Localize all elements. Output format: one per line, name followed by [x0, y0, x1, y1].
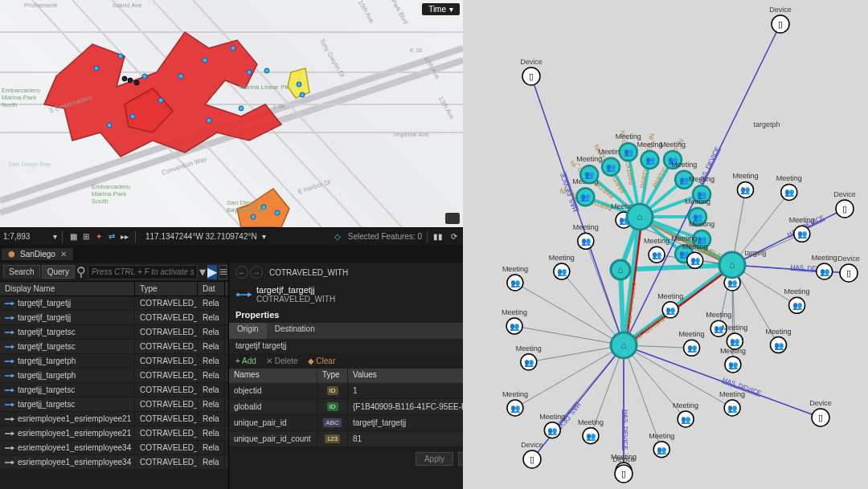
clear-button[interactable]: ◆ Clear: [308, 357, 336, 365]
apply-button[interactable]: Apply: [416, 452, 453, 466]
svg-text:Meeting: Meeting: [516, 344, 542, 352]
svg-text:▯: ▯: [530, 454, 534, 464]
map-tool-icon[interactable]: ⊞: [80, 231, 92, 242]
col-displayname[interactable]: Display Name: [0, 282, 135, 295]
query-tab[interactable]: Query: [42, 265, 75, 279]
chevron-down-icon[interactable]: ▾: [262, 232, 266, 241]
svg-text:Device: Device: [520, 58, 542, 66]
map-tool-icon[interactable]: ▦: [68, 231, 79, 242]
svg-marker-55: [11, 431, 14, 435]
table-header: Display Name Type Dat: [0, 282, 228, 296]
svg-text:Meeting: Meeting: [689, 175, 714, 183]
basemap-icon[interactable]: [445, 213, 460, 224]
tab-sandiego[interactable]: ⬢ SanDiego ✕: [2, 248, 73, 260]
pause-icon[interactable]: ▮▮: [432, 231, 444, 242]
link-graph-viewport[interactable]: HAS_DEVICEHAS_DEVICEHAS_DEVICEHAS_DEVICE…: [463, 0, 868, 489]
col-dat[interactable]: Dat: [198, 282, 225, 295]
nav-back-icon[interactable]: ←: [235, 266, 248, 279]
svg-text:targetph: targetph: [753, 120, 780, 128]
map-viewport[interactable]: Promenade Island Ave K St L St Imperial …: [0, 0, 463, 227]
prop-row[interactable]: objectidID1: [229, 383, 463, 399]
table-row[interactable]: targetjf_targetjjCOTRAVELED_WITHRela: [0, 296, 228, 311]
time-button[interactable]: Time ▾: [422, 3, 460, 15]
table-row[interactable]: esriemployee1_esriemployee34COTRAVELED_W…: [0, 441, 228, 455]
svg-text:👥: 👥: [774, 340, 784, 351]
svg-text:Meeting: Meeting: [644, 237, 669, 245]
tab-label: SanDiego: [20, 250, 55, 259]
svg-point-19: [158, 98, 163, 103]
map-label: Promenade: [24, 2, 57, 9]
map-label: K St: [410, 47, 422, 54]
table-row[interactable]: esriemployee1_esriemployee21COTRAVELED_W…: [0, 412, 228, 426]
destination-tab[interactable]: Destination: [267, 323, 323, 339]
table-row[interactable]: targetjj_targetphCOTRAVELED_WITHRela: [0, 369, 228, 383]
svg-line-68: [620, 265, 732, 270]
svg-point-15: [94, 66, 99, 71]
table-row[interactable]: targetjf_targetjjCOTRAVELED_WITHRela: [0, 311, 228, 325]
map-label: Embarcadero Marina Park South: [92, 183, 140, 205]
map-tool-icon[interactable]: ▸▸: [119, 231, 130, 242]
svg-point-35: [134, 80, 139, 85]
svg-point-18: [130, 114, 135, 119]
selection-icon[interactable]: ◇: [332, 231, 343, 242]
col-values[interactable]: Values: [348, 369, 463, 383]
refresh-icon[interactable]: ⟳: [448, 231, 460, 242]
svg-text:Meeting: Meeting: [637, 141, 662, 149]
svg-text:👥: 👥: [580, 192, 591, 202]
svg-text:Device: Device: [837, 255, 860, 263]
chevron-down-icon[interactable]: ▾: [199, 265, 206, 279]
origin-tab[interactable]: Origin: [229, 323, 267, 339]
col-names[interactable]: Names: [229, 369, 317, 383]
svg-text:Meeting: Meeting: [502, 308, 527, 316]
map-scale[interactable]: 1:7,893: [3, 232, 48, 241]
svg-text:▯: ▯: [846, 268, 851, 278]
svg-text:👥: 👥: [606, 162, 616, 173]
svg-text:Device: Device: [521, 441, 543, 449]
table-row[interactable]: targetjf_targetscCOTRAVELED_WITHRela: [0, 340, 228, 354]
prop-row[interactable]: globalidID{F1B40909-B116-41FC-95EE-FE715…: [229, 399, 463, 415]
map-tool-icon[interactable]: ✦: [93, 231, 104, 242]
close-icon[interactable]: ✕: [60, 250, 67, 259]
svg-point-34: [128, 78, 133, 83]
svg-text:👥: 👥: [657, 445, 667, 455]
table-row[interactable]: esriemployee1_esriemployee21COTRAVELED_W…: [0, 426, 228, 441]
map-coords: 117.1347244°W 32.7109742°N: [145, 232, 257, 241]
delete-button[interactable]: ✕ Delete: [266, 357, 298, 365]
col-type[interactable]: Type: [135, 282, 198, 295]
search-input[interactable]: [88, 265, 198, 279]
svg-text:Meeting: Meeting: [732, 172, 758, 180]
add-button[interactable]: + Add: [235, 357, 256, 365]
svg-text:Meeting: Meeting: [776, 174, 802, 182]
svg-line-85: [624, 345, 732, 408]
map-tool-icon[interactable]: ⇄: [106, 231, 117, 242]
svg-text:👥: 👥: [665, 305, 676, 316]
table-row[interactable]: targetjj_targetscCOTRAVELED_WITHRela: [0, 397, 228, 412]
col-type[interactable]: Type: [317, 369, 348, 383]
table-row[interactable]: targetjf_targetscCOTRAVELED_WITHRela: [0, 325, 228, 340]
svg-marker-49: [11, 388, 14, 392]
svg-text:Meeting: Meeting: [616, 132, 641, 141]
play-icon[interactable]: ▶: [207, 265, 217, 279]
nav-fwd-icon[interactable]: →: [250, 266, 263, 279]
prop-row[interactable]: unique_pair_id_count12381: [229, 431, 463, 447]
svg-text:👥: 👥: [728, 360, 739, 370]
svg-marker-61: [248, 292, 252, 297]
svg-text:Meeting: Meeting: [660, 141, 686, 149]
svg-text:Meeting: Meeting: [719, 390, 745, 398]
svg-point-17: [142, 74, 147, 79]
svg-text:Meeting: Meeting: [784, 287, 810, 295]
list-icon[interactable]: ≡: [219, 265, 227, 279]
svg-text:👥: 👥: [652, 250, 662, 260]
svg-text:Device: Device: [809, 399, 832, 407]
svg-text:Meeting: Meeting: [812, 254, 837, 262]
chevron-down-icon[interactable]: ▾: [53, 232, 57, 241]
svg-marker-57: [11, 446, 14, 450]
table-row[interactable]: targetjj_targetphCOTRAVELED_WITHRela: [0, 354, 228, 369]
prop-body: objectidID1globalidID{F1B40909-B116-41FC…: [229, 383, 463, 447]
breadcrumb: COTRAVELED_WITH: [269, 268, 348, 277]
table-row[interactable]: targetjj_targetscCOTRAVELED_WITHRela: [0, 383, 228, 397]
prop-row[interactable]: unique_pair_idABCtargetjf_targetjj: [229, 415, 463, 431]
search-tab[interactable]: Search: [3, 265, 40, 279]
filter-icon[interactable]: ⚲: [76, 265, 86, 279]
table-row[interactable]: esriemployee1_esriemployee34COTRAVELED_W…: [0, 455, 228, 470]
